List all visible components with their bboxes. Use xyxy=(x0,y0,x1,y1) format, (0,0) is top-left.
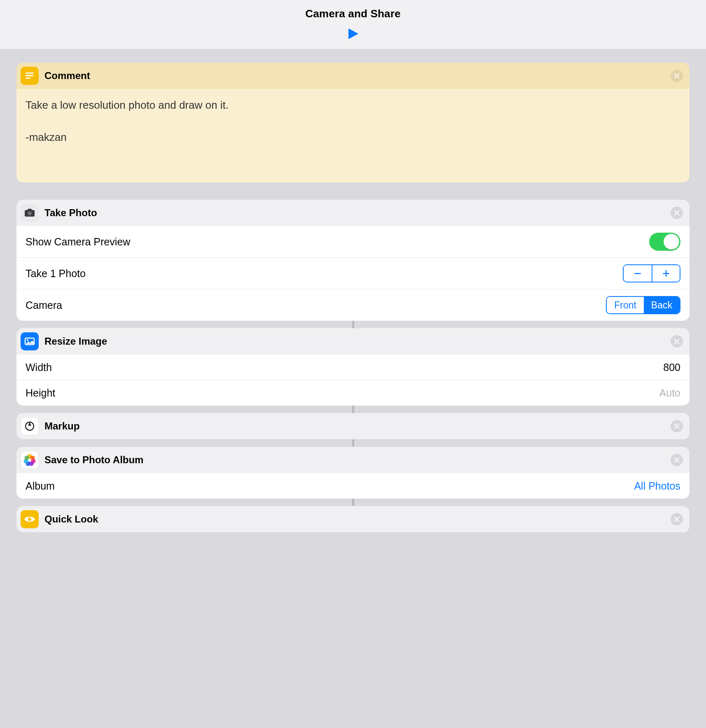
remove-action-button[interactable] xyxy=(671,335,683,348)
remove-action-button[interactable] xyxy=(671,513,683,525)
card-header: Take Photo xyxy=(16,200,690,226)
camera-back-option[interactable]: Back xyxy=(644,297,680,313)
svg-rect-7 xyxy=(634,273,641,274)
svg-point-6 xyxy=(28,211,32,215)
save-to-album-action[interactable]: Save to Photo Album Album All Photos xyxy=(16,447,690,499)
close-icon xyxy=(674,457,680,463)
photo-count-stepper xyxy=(623,264,680,282)
show-preview-row: Show Camera Preview xyxy=(16,226,690,257)
photo-count-row: Take 1 Photo xyxy=(16,257,690,289)
svg-rect-3 xyxy=(26,77,30,79)
comment-action[interactable]: Comment Take a low resolution photo and … xyxy=(16,63,690,182)
svg-rect-5 xyxy=(28,209,32,211)
quick-look-action[interactable]: Quick Look xyxy=(16,506,690,532)
card-title: Save to Photo Album xyxy=(44,454,665,466)
close-icon xyxy=(674,73,680,79)
connector xyxy=(16,439,690,447)
width-row: Width 800 xyxy=(16,355,690,380)
remove-action-button[interactable] xyxy=(671,454,683,466)
markup-action[interactable]: Markup xyxy=(16,413,690,439)
row-label: Album xyxy=(26,480,55,492)
eye-icon xyxy=(21,510,39,528)
row-label: Show Camera Preview xyxy=(26,236,130,248)
remove-action-button[interactable] xyxy=(671,420,683,432)
connector xyxy=(16,321,690,328)
svg-rect-9 xyxy=(666,270,667,277)
card-title: Markup xyxy=(44,420,665,432)
height-value[interactable]: Auto xyxy=(659,387,680,399)
card-header: Save to Photo Album xyxy=(16,447,690,473)
minus-icon xyxy=(634,269,642,278)
album-value[interactable]: All Photos xyxy=(634,480,680,492)
photos-icon xyxy=(21,451,39,469)
show-preview-toggle[interactable] xyxy=(649,233,680,251)
stepper-plus-button[interactable] xyxy=(652,265,680,282)
height-row: Height Auto xyxy=(16,380,690,406)
camera-icon xyxy=(21,204,39,222)
svg-marker-0 xyxy=(348,28,358,39)
connector xyxy=(16,406,690,413)
connector xyxy=(16,499,690,506)
take-photo-action[interactable]: Take Photo Show Camera Preview Take 1 Ph… xyxy=(16,200,690,321)
row-label: Camera xyxy=(26,299,62,311)
svg-rect-1 xyxy=(26,72,34,74)
svg-point-20 xyxy=(28,518,31,521)
comment-icon xyxy=(21,67,39,85)
svg-point-11 xyxy=(27,339,28,341)
camera-segmented: Front Back xyxy=(606,296,680,314)
page-title: Camera and Share xyxy=(0,7,706,20)
comment-text[interactable]: Take a low resolution photo and draw on … xyxy=(16,89,690,182)
card-title: Resize Image xyxy=(44,336,665,347)
plus-icon xyxy=(662,269,670,278)
album-row: Album All Photos xyxy=(16,473,690,499)
close-icon xyxy=(674,210,680,216)
app-header: Camera and Share xyxy=(0,0,706,49)
stepper-minus-button[interactable] xyxy=(624,265,652,282)
close-icon xyxy=(674,338,680,344)
run-button[interactable] xyxy=(347,28,359,40)
play-icon xyxy=(347,28,359,40)
svg-rect-2 xyxy=(26,75,34,76)
resize-icon xyxy=(21,332,39,350)
markup-icon xyxy=(21,417,39,435)
row-label: Take 1 Photo xyxy=(26,268,86,280)
width-value[interactable]: 800 xyxy=(663,362,680,373)
remove-action-button[interactable] xyxy=(671,70,683,82)
remove-action-button[interactable] xyxy=(671,207,683,219)
svg-point-19 xyxy=(25,456,29,460)
card-title: Comment xyxy=(44,70,665,82)
card-header: Resize Image xyxy=(16,328,690,355)
camera-front-option[interactable]: Front xyxy=(607,297,644,313)
workflow-canvas: Comment Take a low resolution photo and … xyxy=(0,49,706,549)
row-label: Width xyxy=(26,362,52,373)
resize-image-action[interactable]: Resize Image Width 800 Height Auto xyxy=(16,328,690,406)
card-title: Take Photo xyxy=(44,207,665,219)
row-label: Height xyxy=(26,387,55,399)
card-title: Quick Look xyxy=(44,513,665,525)
card-header: Quick Look xyxy=(16,506,690,532)
close-icon xyxy=(674,423,680,429)
camera-row: Camera Front Back xyxy=(16,289,690,321)
card-header: Comment xyxy=(16,63,690,89)
card-header: Markup xyxy=(16,413,690,439)
close-icon xyxy=(674,516,680,522)
